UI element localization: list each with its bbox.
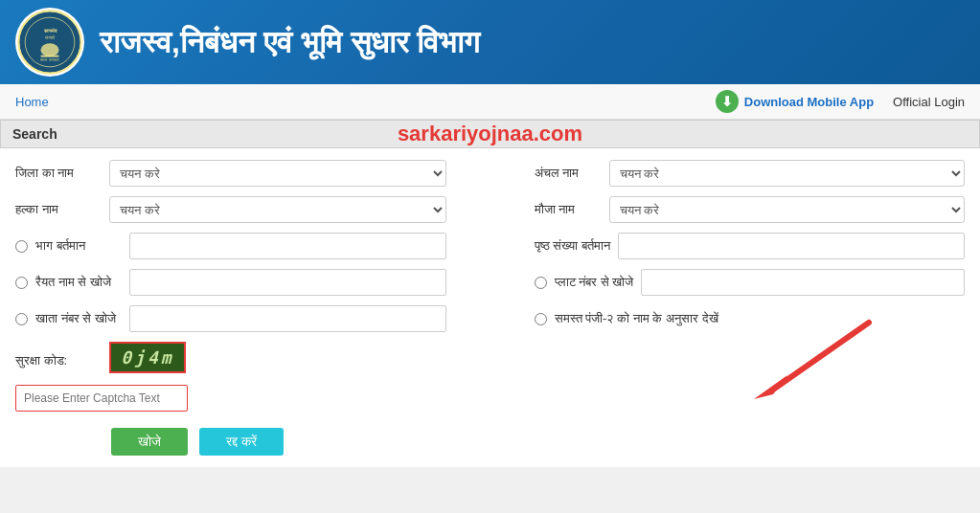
button-row: खोजे रद्द करें (15, 428, 965, 456)
captcha-input[interactable] (15, 385, 188, 412)
khata-label: खाता नंबर से खोजे (35, 311, 122, 326)
jila-select[interactable]: चयन करे (109, 160, 446, 187)
mauza-select[interactable]: चयन करे (609, 196, 966, 223)
raiyat-radio[interactable] (15, 277, 28, 289)
bhag-radio[interactable] (15, 240, 28, 253)
navbar: Home ⬇ Download Mobile App Official Logi… (0, 84, 980, 120)
group-mauza: मौजा नाम चयन करे (535, 196, 966, 223)
svg-text:भारत सरकार: भारत सरकार (40, 57, 58, 62)
row-halka-mauza: हल्का नाम चयन करे मौजा नाम चयन करे (15, 196, 965, 223)
raiyat-input[interactable] (129, 269, 446, 296)
khata-input[interactable] (129, 305, 446, 332)
mauza-label: मौजा नाम (535, 202, 602, 217)
group-plot: प्लाट नंबर से खोजे (535, 269, 966, 296)
group-bhag: भाग बर्तमान (15, 233, 446, 259)
group-halka: हल्का नाम चयन करे (15, 196, 446, 223)
red-arrow-svg (696, 313, 888, 409)
captcha-section: सुरक्षा कोड: 0j4m (15, 342, 188, 412)
svg-rect-5 (40, 56, 58, 57)
watermark: sarkariyojnaa.com (398, 122, 582, 146)
header-title: राजस्व,निबंधन एवं भूमि सुधार विभाग (100, 25, 480, 60)
anchal-select[interactable]: चयन करे (609, 160, 966, 187)
raiyat-label: रैयत नाम से खोजे (35, 275, 122, 290)
svg-text:सत्यमेव: सत्यमेव (43, 28, 57, 33)
main-content: Search sarkariyojnaa.com जिला का नाम चयन… (0, 120, 980, 467)
group-jila: जिला का नाम चयन करे (15, 160, 446, 187)
suraksha-label: सुरक्षा कोड: (15, 353, 102, 368)
row-jila-anchal: जिला का नाम चयन करे अंचल नाम चयन करे (15, 160, 965, 187)
prisht-input[interactable] (618, 233, 965, 259)
row-bhag-prisht: भाग बर्तमान पृष्ठ संख्या बर्तमान (15, 233, 965, 259)
header-logo: सत्यमेव जयते भारत सरकार (15, 8, 84, 77)
header: सत्यमेव जयते भारत सरकार राजस्व,निबंधन एव… (0, 0, 980, 84)
nav-right: ⬇ Download Mobile App Official Login (716, 90, 965, 113)
halka-label: हल्का नाम (15, 202, 102, 217)
group-khata: खाता नंबर से खोजे (15, 305, 446, 332)
halka-select[interactable]: चयन करे (109, 196, 446, 223)
plot-label: प्लाट नंबर से खोजे (555, 275, 634, 290)
prisht-label: पृष्ठ संख्या बर्तमान (535, 238, 610, 254)
bhag-label: भाग बर्तमान (35, 238, 122, 254)
samast-radio[interactable] (535, 313, 547, 325)
svg-text:जयते: जयते (44, 34, 55, 40)
row-captcha-buttons: सुरक्षा कोड: 0j4m (15, 342, 965, 418)
form-body: जिला का नाम चयन करे अंचल नाम चयन करे हल्… (0, 148, 980, 467)
search-header: Search sarkariyojnaa.com (0, 120, 980, 148)
plot-input[interactable] (641, 269, 965, 296)
khata-radio[interactable] (15, 313, 28, 325)
row-raiyat-plot: रैयत नाम से खोजे प्लाट नंबर से खोजे (15, 269, 965, 296)
svg-point-4 (40, 43, 58, 56)
download-label: Download Mobile App (744, 95, 874, 109)
group-raiyat: रैयत नाम से खोजे (15, 269, 446, 296)
captcha-image: 0j4m (109, 342, 186, 373)
jila-label: जिला का नाम (15, 166, 102, 181)
search-button[interactable]: खोजे (111, 428, 188, 456)
home-link[interactable]: Home (15, 95, 49, 109)
group-anchal: अंचल नाम चयन करे (535, 160, 966, 187)
arrow-annotation (203, 342, 965, 418)
bhag-input[interactable] (129, 233, 446, 259)
search-label: Search (12, 126, 57, 142)
download-mobile-app-link[interactable]: ⬇ Download Mobile App (716, 90, 874, 113)
official-login-link[interactable]: Official Login (893, 95, 965, 109)
download-icon: ⬇ (716, 90, 739, 113)
svg-line-8 (773, 323, 869, 390)
reset-button[interactable]: रद्द करें (199, 428, 284, 456)
plot-radio[interactable] (535, 277, 547, 289)
anchal-label: अंचल नाम (535, 166, 602, 181)
svg-marker-9 (754, 375, 787, 399)
group-prisht: पृष्ठ संख्या बर्तमान (535, 233, 966, 259)
